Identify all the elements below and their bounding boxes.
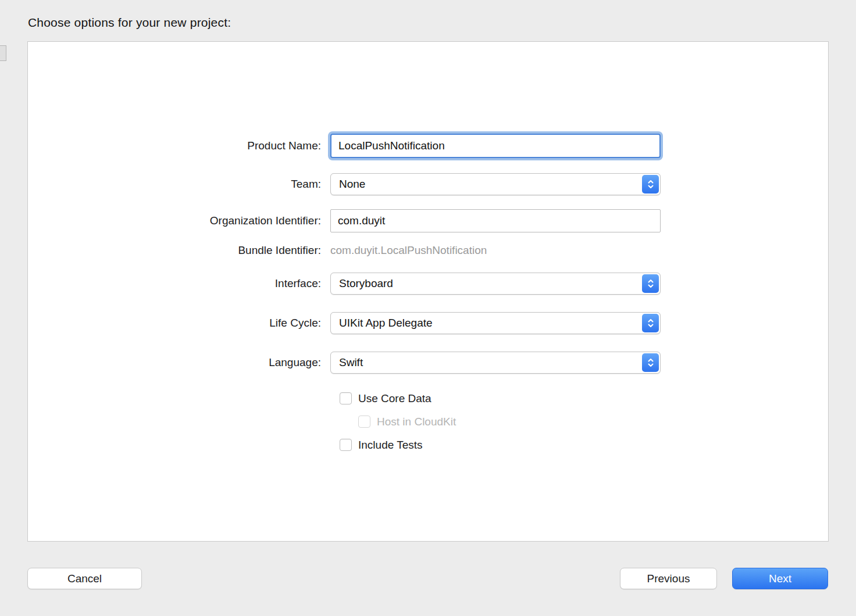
options-panel: Product Name: Team: None — [27, 41, 829, 542]
life-cycle-label: Life Cycle: — [28, 317, 330, 330]
bundle-identifier-row: Bundle Identifier: com.duyit.LocalPushNo… — [28, 244, 828, 257]
next-button[interactable]: Next — [732, 568, 828, 589]
language-row: Language: Swift — [28, 352, 828, 374]
chevron-up-down-icon — [642, 314, 659, 332]
host-in-cloudkit-label: Host in CloudKit — [377, 416, 456, 428]
interface-selected-value: Storyboard — [339, 277, 393, 290]
life-cycle-selected-value: UIKit App Delegate — [339, 317, 433, 330]
cancel-button[interactable]: Cancel — [27, 568, 142, 589]
chevron-up-down-icon — [642, 175, 659, 194]
chevron-up-down-icon — [642, 353, 659, 372]
project-options-form: Product Name: Team: None — [28, 42, 828, 452]
host-in-cloudkit-row: Host in CloudKit — [358, 415, 828, 428]
use-core-data-checkbox[interactable] — [340, 392, 352, 404]
use-core-data-row: Use Core Data — [340, 392, 828, 405]
interface-select[interactable]: Storyboard — [330, 273, 661, 295]
product-name-row: Product Name: — [28, 134, 828, 158]
language-select[interactable]: Swift — [330, 352, 661, 374]
team-selected-value: None — [339, 178, 365, 191]
interface-label: Interface: — [28, 277, 330, 290]
host-in-cloudkit-checkbox — [358, 416, 370, 428]
organization-identifier-row: Organization Identifier: — [28, 209, 828, 232]
product-name-label: Product Name: — [28, 139, 330, 152]
life-cycle-row: Life Cycle: UIKit App Delegate — [28, 312, 828, 334]
include-tests-checkbox[interactable] — [340, 439, 352, 451]
dialog-title: Choose options for your new project: — [28, 16, 231, 30]
background-window-edge — [0, 45, 6, 61]
language-selected-value: Swift — [339, 356, 363, 369]
interface-row: Interface: Storyboard — [28, 273, 828, 295]
previous-button[interactable]: Previous — [620, 568, 717, 589]
organization-identifier-label: Organization Identifier: — [28, 214, 330, 227]
language-label: Language: — [28, 356, 330, 369]
include-tests-row: Include Tests — [340, 438, 828, 452]
product-name-input[interactable] — [330, 134, 661, 158]
team-select[interactable]: None — [330, 173, 661, 195]
include-tests-label: Include Tests — [358, 439, 423, 452]
bundle-identifier-label: Bundle Identifier: — [28, 244, 330, 257]
team-label: Team: — [28, 178, 330, 191]
chevron-up-down-icon — [642, 274, 659, 293]
life-cycle-select[interactable]: UIKit App Delegate — [330, 312, 661, 334]
use-core-data-label: Use Core Data — [358, 392, 431, 405]
bundle-identifier-value: com.duyit.LocalPushNotification — [330, 244, 487, 256]
team-row: Team: None — [28, 173, 828, 195]
organization-identifier-input[interactable] — [330, 209, 661, 232]
